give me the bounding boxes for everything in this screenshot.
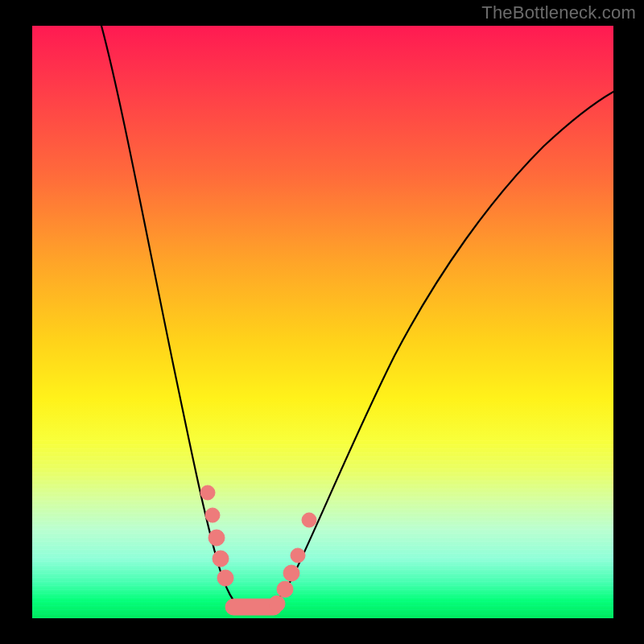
- marker-dot: [269, 596, 285, 612]
- marker-dot: [217, 570, 233, 586]
- watermark-text: TheBottleneck.com: [481, 2, 636, 23]
- bottleneck-curve: [101, 26, 613, 613]
- chart-frame: TheBottleneck.com: [0, 0, 644, 644]
- plot-area: [32, 26, 613, 618]
- marker-dot: [283, 565, 299, 581]
- marker-dot: [291, 548, 305, 563]
- curve-layer: [32, 26, 613, 618]
- marker-dot: [200, 485, 215, 500]
- marker-cluster: [200, 485, 316, 615]
- marker-dot: [213, 551, 229, 567]
- marker-dot: [277, 581, 293, 597]
- marker-dot: [302, 513, 316, 527]
- marker-dot: [205, 508, 220, 522]
- marker-dot: [208, 530, 225, 546]
